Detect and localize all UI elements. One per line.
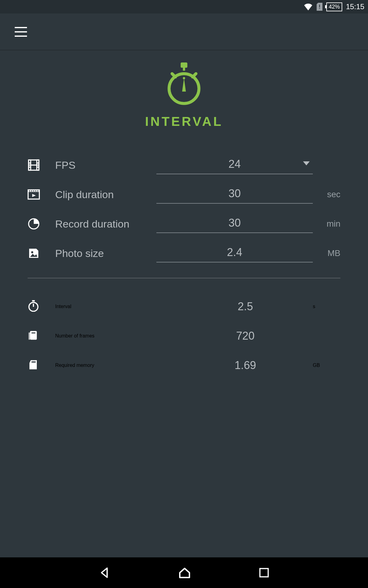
clip-duration-row: Clip duration sec (28, 180, 340, 209)
svg-rect-32 (32, 333, 36, 334)
svg-rect-36 (260, 569, 268, 577)
svg-rect-23 (35, 190, 36, 191)
svg-rect-31 (29, 333, 30, 340)
svg-rect-33 (32, 361, 33, 363)
image-icon (28, 247, 55, 259)
interval-row: Interval 2.5 s (28, 292, 340, 321)
sim-warning-icon (316, 3, 323, 11)
fps-label: FPS (55, 159, 156, 171)
photo-size-label: Photo size (55, 247, 156, 259)
page-title: INTERVAL (0, 114, 368, 129)
home-button[interactable] (178, 566, 191, 579)
photo-size-input[interactable] (156, 244, 313, 262)
svg-rect-22 (33, 190, 34, 191)
clip-duration-input[interactable] (156, 185, 313, 204)
photo-size-row: Photo size MB (28, 239, 340, 268)
fps-dropdown[interactable] (156, 156, 313, 174)
timer-icon (28, 300, 55, 313)
svg-rect-24 (37, 190, 38, 191)
divider (28, 278, 340, 278)
svg-line-7 (193, 74, 196, 77)
svg-point-26 (31, 251, 33, 253)
svg-rect-0 (319, 5, 320, 7)
record-duration-input[interactable] (156, 215, 313, 233)
chevron-down-icon (303, 161, 310, 167)
sd-card-icon (28, 359, 55, 371)
frames-icon (28, 330, 55, 342)
record-duration-row: Record duration min (28, 209, 340, 239)
interval-label: Interval (55, 304, 178, 309)
interval-value: 2.5 (178, 300, 313, 313)
clip-duration-unit: sec (313, 190, 340, 199)
navigation-bar (0, 557, 368, 588)
svg-rect-34 (33, 361, 34, 363)
back-button[interactable] (98, 567, 111, 579)
fps-row: FPS (28, 150, 340, 180)
frames-label: Number of frames (55, 333, 178, 339)
clip-duration-label: Clip duration (55, 189, 156, 201)
memory-unit: GB (313, 363, 340, 368)
clock-icon (28, 218, 55, 230)
svg-rect-21 (31, 190, 32, 191)
svg-rect-20 (29, 190, 30, 191)
memory-value: 1.69 (178, 359, 313, 372)
record-duration-unit: min (313, 219, 340, 229)
svg-line-6 (172, 74, 175, 77)
settings-form: FPS Clip duration sec Record duration (28, 150, 340, 380)
frames-value: 720 (178, 330, 313, 342)
svg-rect-2 (181, 62, 187, 68)
main-content: INTERVAL FPS Clip duration sec (0, 50, 368, 557)
film-icon (28, 159, 55, 171)
memory-label: Required memory (55, 363, 178, 368)
menu-button[interactable] (15, 27, 27, 37)
memory-row: Required memory 1.69 GB (28, 351, 340, 380)
record-duration-label: Record duration (55, 218, 156, 230)
recent-apps-button[interactable] (259, 567, 270, 578)
clip-icon (28, 188, 55, 201)
svg-rect-35 (35, 361, 36, 363)
clock: 15:15 (346, 2, 364, 11)
interval-unit: s (313, 304, 340, 309)
status-bar: 42% 15:15 (0, 0, 368, 13)
hero: INTERVAL (0, 62, 368, 129)
frames-row: Number of frames 720 (28, 321, 340, 351)
svg-rect-27 (32, 300, 35, 301)
svg-rect-30 (30, 331, 37, 340)
svg-rect-1 (319, 8, 320, 9)
app-bar (0, 13, 368, 50)
battery-indicator: 42% (326, 2, 342, 11)
wifi-icon (304, 3, 313, 10)
svg-rect-3 (183, 67, 185, 71)
stopwatch-icon (0, 62, 368, 107)
photo-size-unit: MB (313, 248, 340, 258)
